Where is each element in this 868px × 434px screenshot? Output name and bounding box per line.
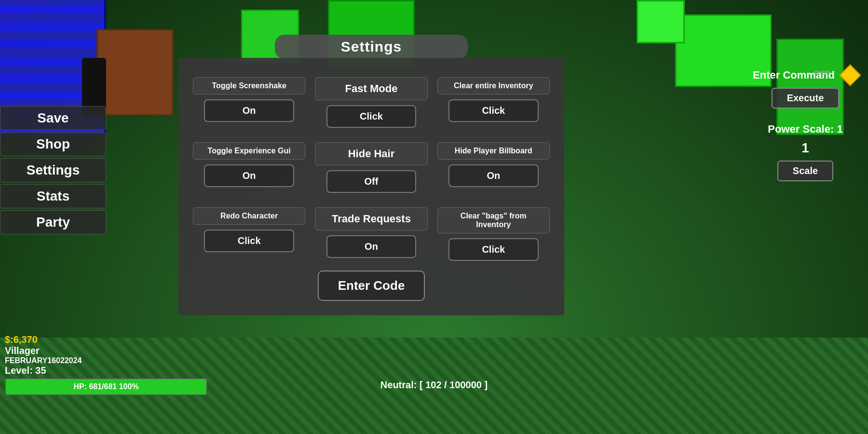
hp-text: HP: 681/681 100% [73, 382, 138, 391]
power-scale-label: Power Scale: 1 [768, 123, 842, 136]
green-block-5 [637, 0, 685, 43]
left-menu: Save Shop Settings Stats Party [0, 106, 106, 234]
diamond-icon [839, 64, 861, 86]
setting-clear-inventory: Clear entire Inventory Click [437, 77, 550, 128]
fast-mode-label[interactable]: Fast Mode [315, 77, 427, 100]
player-billboard-value[interactable]: On [448, 164, 539, 187]
shop-badge: SHOP [814, 70, 829, 76]
trade-requests-value[interactable]: On [326, 235, 417, 258]
hide-hair-label[interactable]: Hide Hair [315, 142, 427, 165]
exp-gui-label[interactable]: Toggle Experience Gui [193, 142, 305, 160]
enter-code-button[interactable]: Enter Code [318, 271, 425, 301]
enter-command-row: Enter Command [753, 68, 858, 83]
setting-trade-requests: Trade Requests On [315, 207, 427, 261]
clear-bags-value[interactable]: Click [448, 238, 539, 261]
hp-bar-container: HP: 681/681 100% [5, 378, 207, 395]
player-name: Villager [5, 345, 81, 356]
right-panel: Enter Command SHOP Execute Power Scale: … [752, 68, 858, 181]
hud-bottom-left: $:6,370 Villager FEBRUARY16022024 Level:… [5, 334, 81, 376]
setting-exp-gui: Toggle Experience Gui On [193, 142, 305, 193]
settings-panel: Toggle Screenshake On Fast Mode Click Cl… [178, 58, 564, 315]
setting-fast-mode: Fast Mode Click [315, 77, 427, 128]
setting-player-billboard: Hide Player Billboard On [437, 142, 550, 193]
player-money: $:6,370 [5, 334, 81, 345]
setting-hide-hair: Hide Hair Off [315, 142, 427, 193]
menu-item-save[interactable]: Save [0, 106, 106, 130]
trade-requests-label[interactable]: Trade Requests [315, 207, 427, 231]
setting-clear-bags: Clear "bags" from Inventory Click [437, 207, 550, 261]
settings-title-bar: Settings [275, 35, 468, 59]
execute-button[interactable]: Execute [772, 88, 840, 108]
clear-inventory-value[interactable]: Click [448, 99, 539, 122]
fast-mode-value[interactable]: Click [326, 105, 417, 128]
neutral-text: Neutral: [ 102 / 100000 ] [380, 380, 488, 391]
menu-item-stats[interactable]: Stats [0, 184, 106, 208]
setting-redo-character: Redo Character Click [193, 207, 305, 261]
player-level: Level: 35 [5, 365, 81, 376]
clear-bags-label[interactable]: Clear "bags" from Inventory [437, 207, 550, 233]
scale-button[interactable]: Scale [777, 161, 833, 181]
settings-row-1: Toggle Screenshake On Fast Mode Click Cl… [193, 77, 550, 128]
exp-gui-value[interactable]: On [204, 164, 294, 187]
settings-row-3: Redo Character Click Trade Requests On C… [193, 207, 550, 261]
clear-inventory-label[interactable]: Clear entire Inventory [437, 77, 550, 95]
player-code: FEBRUARY16022024 [5, 356, 81, 365]
menu-item-party[interactable]: Party [0, 210, 106, 234]
player-billboard-label[interactable]: Hide Player Billboard [437, 142, 550, 160]
redo-character-value[interactable]: Click [204, 230, 294, 252]
screenshake-label[interactable]: Toggle Screenshake [193, 77, 305, 95]
screenshake-value[interactable]: On [204, 99, 294, 122]
setting-screenshake: Toggle Screenshake On [193, 77, 305, 128]
settings-title: Settings [341, 39, 402, 54]
menu-item-settings[interactable]: Settings [0, 158, 106, 182]
menu-item-shop[interactable]: Shop [0, 132, 106, 156]
redo-character-label[interactable]: Redo Character [193, 207, 305, 225]
hp-bar: HP: 681/681 100% [5, 378, 207, 395]
power-scale-value: 1 [801, 140, 809, 156]
settings-row-2: Toggle Experience Gui On Hide Hair Off H… [193, 142, 550, 193]
brown-block [96, 29, 174, 116]
hide-hair-value[interactable]: Off [326, 170, 417, 193]
